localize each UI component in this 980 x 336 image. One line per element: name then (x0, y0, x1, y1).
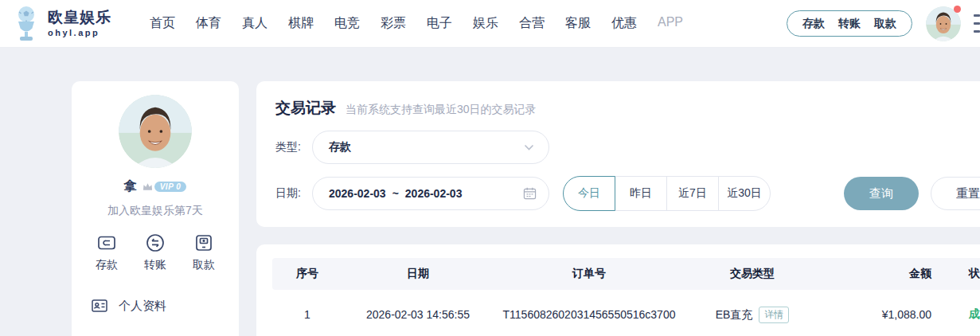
chevron-down-icon (524, 144, 534, 150)
nav-item-service[interactable]: 客服 (565, 15, 591, 32)
top-header: 欧皇娱乐 ohyl.app 首页 体育 真人 棋牌 电竞 彩票 电子 娱乐 合营… (0, 0, 980, 48)
sidebar-deposit-action[interactable]: 存款 (96, 232, 118, 272)
main-nav: 首页 体育 真人 棋牌 电竞 彩票 电子 娱乐 合营 客服 优惠 APP (150, 15, 683, 32)
header-transfer-link[interactable]: 转账 (838, 17, 861, 31)
sidebar-transfer-action[interactable]: 转账 (144, 232, 166, 272)
nav-item-lottery[interactable]: 彩票 (381, 15, 406, 32)
wallet-icon (96, 232, 117, 253)
col-header-order: 订单号 (494, 267, 685, 281)
user-row: 拿 VIP 0 (72, 178, 239, 195)
search-button[interactable]: 查询 (844, 177, 919, 210)
date-to-value: 2026-02-03 (405, 187, 463, 200)
main-column: 交易记录 当前系统支持查询最近30日的交易记录 类型: 存款 日期: (256, 81, 980, 336)
detail-tag-button[interactable]: 详情 (759, 307, 789, 323)
range-yesterday-button[interactable]: 昨日 (615, 176, 667, 211)
nav-item-entertainment[interactable]: 娱乐 (473, 15, 498, 32)
header-avatar[interactable] (926, 6, 961, 41)
nav-item-affiliate[interactable]: 合营 (519, 15, 545, 32)
table-header-row: 序号 日期 订单号 交易类型 金额 状态 (272, 258, 980, 290)
page-content: 拿 VIP 0 加入欧皇娱乐第7天 存 (0, 48, 980, 336)
col-header-amount: 金额 (820, 267, 931, 281)
row-index: 1 (272, 308, 342, 321)
row-type-label: EB直充 (716, 308, 753, 321)
withdraw-icon (193, 232, 214, 253)
row-type: EB直充详情 (685, 307, 820, 323)
notification-dot (954, 6, 961, 13)
transaction-table-card: 序号 日期 订单号 交易类型 金额 状态 1 2026-02-03 14:56:… (256, 244, 980, 336)
sidebar-item-profile[interactable]: 个人资料 (72, 290, 239, 322)
sidebar-menu: 个人资料 VIP特权 (72, 290, 239, 336)
sidebar-withdraw-action[interactable]: 取款 (193, 232, 215, 272)
range-7days-button[interactable]: 近7日 (666, 176, 719, 211)
wallet-actions-group: 存款 转账 取款 (787, 10, 912, 37)
join-days-text: 加入欧皇娱乐第7天 (72, 204, 239, 218)
col-header-date: 日期 (342, 267, 494, 281)
date-from-value: 2026-02-03 (329, 187, 386, 200)
row-datetime: 2026-02-03 14:56:55 (342, 308, 494, 321)
profile-sidebar: 拿 VIP 0 加入欧皇娱乐第7天 存 (72, 81, 239, 336)
reset-button[interactable]: 重置 (931, 177, 980, 210)
quick-range-group: 今日 昨日 近7日 近30日 (563, 176, 771, 211)
row-order-no: T1156082602031456550516c3700 (494, 308, 685, 321)
col-header-type: 交易类型 (685, 267, 820, 281)
sidebar-transfer-label: 转账 (144, 258, 166, 272)
page: 欧皇娱乐 ohyl.app 首页 体育 真人 棋牌 电竞 彩票 电子 娱乐 合营… (0, 0, 980, 336)
date-label: 日期: (275, 186, 312, 201)
row-amount: ¥1,088.00 (820, 308, 931, 321)
transaction-filter-card: 交易记录 当前系统支持查询最近30日的交易记录 类型: 存款 日期: (256, 81, 980, 227)
row-status: 成功 (931, 307, 980, 322)
brand-name: 欧皇娱乐 (48, 10, 111, 26)
nav-item-home[interactable]: 首页 (150, 15, 175, 32)
sidebar-quick-actions: 存款 转账 (72, 232, 239, 272)
sidebar-item-profile-label: 个人资料 (119, 299, 166, 314)
nav-item-sports[interactable]: 体育 (196, 15, 221, 32)
username: 拿 (124, 178, 137, 195)
table-row: 1 2026-02-03 14:56:55 T11560826020314565… (272, 290, 980, 336)
type-filter-row: 类型: 存款 (275, 131, 980, 164)
nav-item-slots[interactable]: 电子 (427, 15, 452, 32)
nav-item-chess[interactable]: 棋牌 (288, 15, 314, 32)
col-header-index: 序号 (272, 267, 342, 281)
nav-item-esports[interactable]: 电竞 (334, 15, 360, 32)
calendar-icon (523, 187, 537, 200)
crown-icon (143, 182, 153, 191)
date-range-input[interactable]: 2026-02-03 ~ 2026-02-03 (312, 177, 549, 210)
nav-item-live[interactable]: 真人 (242, 15, 267, 32)
transfer-icon (145, 232, 166, 253)
profile-avatar[interactable] (119, 95, 192, 168)
cutoff-user-info (974, 14, 980, 33)
title-row: 交易记录 当前系统支持查询最近30日的交易记录 (275, 98, 980, 119)
type-select-value: 存款 (329, 140, 351, 154)
trophy-logo-icon (11, 6, 41, 42)
page-subtitle: 当前系统支持查询最近30日的交易记录 (346, 103, 537, 117)
date-filter-row: 日期: 2026-02-03 ~ 2026-02-03 (275, 176, 980, 211)
sidebar-deposit-label: 存款 (96, 258, 118, 272)
header-deposit-link[interactable]: 存款 (802, 17, 825, 31)
sidebar-withdraw-label: 取款 (193, 258, 215, 272)
topbar-right: 存款 转账 取款 (787, 6, 980, 41)
id-card-icon (91, 297, 108, 315)
brand-text: 欧皇娱乐 ohyl.app (48, 10, 111, 37)
col-header-status: 状态 (931, 267, 980, 281)
brand-logo[interactable]: 欧皇娱乐 ohyl.app (11, 6, 111, 42)
header-withdraw-link[interactable]: 取款 (874, 17, 896, 31)
date-separator: ~ (392, 187, 399, 200)
type-label: 类型: (275, 140, 312, 154)
range-today-button[interactable]: 今日 (563, 176, 615, 211)
nav-item-app[interactable]: APP (658, 15, 683, 32)
nav-item-promo[interactable]: 优惠 (611, 15, 637, 32)
range-30days-button[interactable]: 近30日 (718, 176, 771, 211)
brand-domain: ohyl.app (48, 28, 111, 37)
type-select[interactable]: 存款 (312, 131, 549, 164)
vip-badge[interactable]: VIP 0 (143, 182, 187, 192)
vip-level-label: VIP 0 (154, 182, 187, 192)
page-title: 交易记录 (275, 98, 336, 119)
